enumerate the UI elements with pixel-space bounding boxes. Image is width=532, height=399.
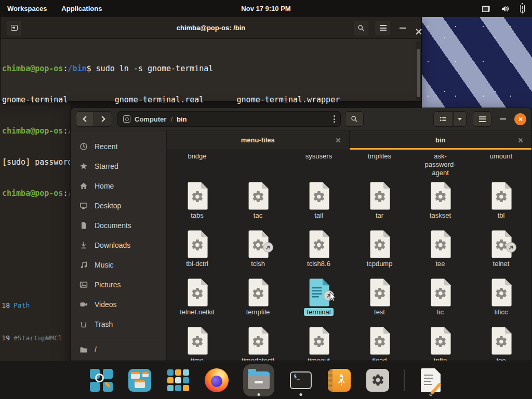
file-item[interactable]: tclsh: [228, 230, 288, 273]
breadcrumb-current[interactable]: bin: [177, 115, 187, 123]
forward-button[interactable]: [94, 111, 112, 127]
computer-icon: [123, 115, 130, 123]
path-bar[interactable]: Computer / bin: [117, 111, 341, 127]
workspaces-menu[interactable]: Workspaces: [0, 0, 54, 17]
sidebar-item-downloads[interactable]: Downloads: [71, 235, 166, 255]
file-item[interactable]: tcpdump: [349, 230, 410, 273]
file-item[interactable]: tbl: [471, 181, 531, 225]
pop-shop-icon: [328, 369, 351, 392]
sidebar-item-documents[interactable]: Documents: [71, 216, 166, 235]
running-indicator: [258, 393, 260, 396]
dock-pop-launcher[interactable]: [89, 364, 114, 397]
back-button[interactable]: [76, 111, 94, 127]
file-label: terminal: [304, 308, 333, 316]
sidebar-item-videos[interactable]: Videos: [71, 295, 166, 314]
view-options-dropdown[interactable]: [453, 111, 467, 127]
sidebar-item-pictures[interactable]: Pictures: [71, 275, 166, 295]
desktop-wallpaper: [422, 17, 532, 109]
search-icon: [357, 24, 365, 32]
executable-file-icon: [185, 278, 209, 307]
star-icon: [79, 162, 88, 170]
scrollbar-thumb[interactable]: [417, 49, 420, 97]
file-label: tclsh8.6: [307, 260, 330, 268]
file-label[interactable]: umount: [471, 152, 531, 177]
file-item[interactable]: tnftp: [410, 326, 471, 361]
dock-settings[interactable]: [365, 364, 390, 397]
file-item[interactable]: tic: [410, 278, 471, 322]
dock-app-grid[interactable]: [166, 364, 191, 397]
executable-file-icon: [368, 278, 392, 307]
file-label: tac: [254, 211, 262, 219]
sidebar-label: Starred: [95, 162, 118, 170]
file-item[interactable]: tbl-dctrl: [167, 230, 228, 273]
terminal-minimize-button[interactable]: [397, 28, 408, 29]
file-item[interactable]: timedatectl: [228, 326, 288, 361]
dock-text-editor[interactable]: [418, 364, 443, 397]
applications-menu[interactable]: Applications: [54, 0, 109, 17]
file-label: tbl-dctrl: [186, 260, 208, 268]
dock-pop-shop[interactable]: [327, 364, 352, 397]
view-toggle-button[interactable]: [433, 111, 453, 127]
file-item[interactable]: tac: [228, 181, 288, 225]
file-label: test: [374, 308, 385, 316]
dock-files[interactable]: [243, 364, 275, 397]
file-item[interactable]: tar: [349, 181, 410, 225]
breadcrumb-device[interactable]: Computer: [135, 115, 166, 123]
file-label[interactable]: ask-password-agent: [410, 152, 471, 177]
sidebar-item-root[interactable]: /: [71, 340, 166, 360]
sidebar-item-recent[interactable]: Recent: [71, 137, 166, 156]
file-item[interactable]: tload: [349, 326, 410, 361]
new-tab-button[interactable]: [7, 21, 21, 35]
sidebar-item-home[interactable]: Home: [71, 176, 166, 196]
terminal-titlebar[interactable]: chimba@pop-os: /bin: [1, 17, 421, 39]
file-item[interactable]: tail: [288, 181, 349, 225]
dock-window-tiling[interactable]: [127, 364, 152, 397]
minimize-button[interactable]: [498, 118, 508, 119]
file-item[interactable]: taskset: [410, 181, 471, 225]
file-label: tload: [372, 356, 387, 361]
file-item[interactable]: test: [349, 278, 410, 322]
system-tray[interactable]: [482, 5, 532, 13]
chevron-left-icon: [83, 116, 88, 122]
tab-menu-files[interactable]: menu-files: [167, 130, 349, 150]
file-item[interactable]: time: [167, 326, 228, 361]
dock: $_: [0, 361, 532, 399]
file-item[interactable]: tclsh8.6: [288, 230, 349, 273]
file-label: time: [191, 356, 204, 361]
places-sidebar: Recent Starred Home Desktop Documents: [71, 130, 167, 361]
file-item[interactable]: tabs: [167, 181, 228, 225]
file-label[interactable]: tmpfiles: [349, 152, 410, 177]
file-item[interactable]: tee: [410, 230, 471, 273]
sidebar-item-trash[interactable]: Trash: [71, 314, 166, 334]
terminal-search-button[interactable]: [354, 21, 368, 35]
dock-terminal[interactable]: $_: [288, 364, 313, 397]
path-options-button[interactable]: [334, 115, 335, 123]
file-item[interactable]: tempfile: [228, 278, 288, 322]
dock-firefox[interactable]: [204, 364, 229, 397]
file-item[interactable]: telnet.netkit: [167, 278, 228, 322]
tab-close-icon[interactable]: [336, 138, 341, 143]
file-item[interactable]: timeout: [288, 326, 349, 361]
sidebar-item-starred[interactable]: Starred: [71, 156, 166, 176]
display-icon: [482, 6, 490, 12]
terminal-scrollbar[interactable]: [416, 41, 421, 100]
file-label: telnet: [493, 260, 510, 268]
file-label[interactable]: bridge: [167, 152, 228, 177]
file-item[interactable]: toe: [471, 326, 531, 361]
terminal-content[interactable]: chimba@pop-os:/bin$sudo ln -s gnome-term…: [1, 39, 421, 101]
tab-bin[interactable]: bin: [349, 130, 532, 150]
close-button[interactable]: [514, 113, 526, 125]
file-label[interactable]: sysusers: [288, 152, 349, 177]
file-item[interactable]: tificc: [471, 278, 531, 322]
file-item[interactable]: telnet: [471, 230, 531, 273]
file-label: tail: [314, 211, 323, 219]
sidebar-item-desktop[interactable]: Desktop: [71, 196, 166, 216]
tab-close-icon[interactable]: [518, 138, 523, 143]
file-grid-area[interactable]: bridge sysusers tmpfiles ask-password-ag…: [167, 150, 531, 361]
terminal-menu-button[interactable]: [376, 21, 390, 35]
file-label: [228, 152, 288, 177]
search-button[interactable]: [345, 111, 364, 127]
file-item-selected[interactable]: terminal: [288, 278, 349, 322]
window-menu-button[interactable]: [473, 111, 491, 127]
sidebar-item-music[interactable]: Music: [71, 255, 166, 275]
